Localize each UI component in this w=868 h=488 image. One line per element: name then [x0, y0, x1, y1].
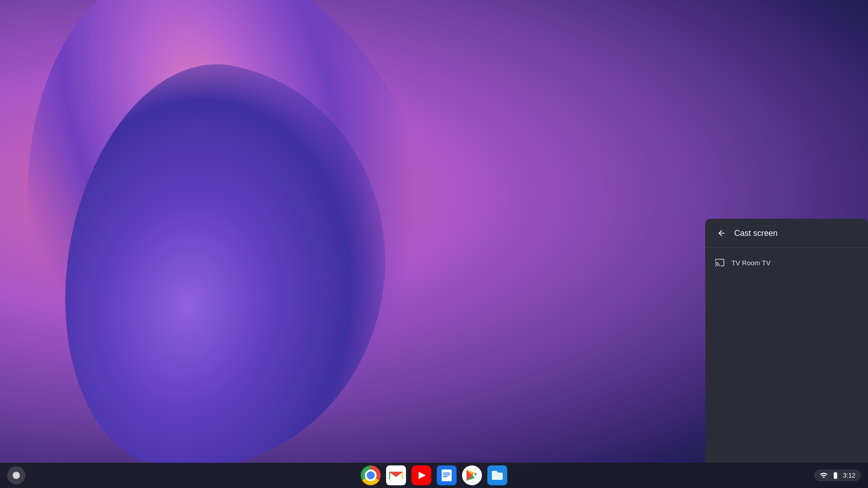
gmail-icon	[386, 465, 406, 485]
cast-device-item[interactable]: TV Room TV	[705, 252, 868, 273]
cast-panel: Cast screen TV Room TV	[705, 219, 868, 463]
cast-header: Cast screen	[705, 219, 868, 248]
wifi-icon	[820, 471, 828, 479]
dock-chrome[interactable]	[360, 465, 382, 486]
taskbar-left	[7, 466, 25, 484]
dock-gmail[interactable]	[385, 465, 407, 486]
taskbar-right: 3:12	[814, 469, 861, 481]
docs-icon	[437, 465, 457, 485]
dock-docs[interactable]	[436, 465, 458, 486]
dock-files[interactable]	[486, 465, 508, 486]
cast-devices-list: TV Room TV	[705, 248, 868, 277]
svg-rect-5	[443, 476, 448, 477]
cast-device-name: TV Room TV	[731, 259, 770, 267]
cast-panel-title: Cast screen	[734, 229, 778, 238]
taskbar: 3:12	[0, 463, 868, 488]
svg-rect-4	[443, 474, 450, 475]
dock-youtube[interactable]	[410, 465, 432, 486]
files-icon	[487, 465, 507, 485]
youtube-icon	[411, 465, 431, 485]
launcher-button[interactable]	[7, 466, 25, 484]
dock-playstore[interactable]	[461, 465, 483, 486]
play-store-icon	[462, 465, 482, 485]
system-tray[interactable]: 3:12	[814, 469, 861, 481]
clock: 3:12	[843, 472, 855, 479]
svg-rect-3	[443, 473, 450, 474]
back-button[interactable]	[714, 226, 729, 240]
chrome-icon	[361, 465, 381, 485]
taskbar-dock	[359, 465, 509, 486]
cast-device-icon	[714, 257, 725, 268]
battery-icon	[831, 471, 840, 479]
